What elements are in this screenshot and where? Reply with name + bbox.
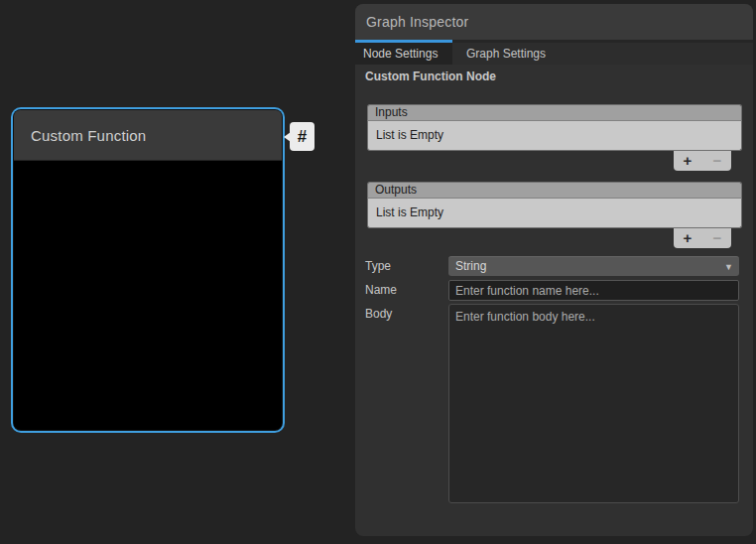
inputs-list-footer: + − bbox=[674, 151, 731, 171]
inputs-list-empty-row: List is Empty bbox=[367, 121, 742, 151]
inspector-titlebar[interactable]: Graph Inspector bbox=[355, 4, 753, 40]
outputs-list: Outputs List is Empty + − bbox=[367, 182, 742, 228]
graph-canvas[interactable]: Custom Function # Graph Inspector Node S… bbox=[0, 0, 756, 544]
tab-strip: Node Settings Graph Settings bbox=[355, 43, 753, 65]
section-heading: Custom Function Node bbox=[365, 69, 496, 83]
hash-icon: # bbox=[298, 127, 307, 147]
tab-indicator-row bbox=[355, 40, 753, 43]
type-dropdown[interactable]: String ▼ bbox=[448, 256, 739, 276]
chevron-down-icon: ▼ bbox=[724, 258, 733, 276]
outputs-list-empty-row: List is Empty bbox=[367, 199, 742, 228]
outputs-list-header: Outputs bbox=[367, 182, 742, 199]
function-body-textarea[interactable] bbox=[448, 304, 739, 503]
tab-node-settings[interactable]: Node Settings bbox=[355, 43, 452, 65]
tab-graph-settings[interactable]: Graph Settings bbox=[452, 43, 560, 65]
outputs-add-button[interactable]: + bbox=[677, 229, 698, 247]
inspector-title: Graph Inspector bbox=[366, 14, 468, 30]
outputs-remove-button[interactable]: − bbox=[706, 229, 728, 247]
graph-inspector-panel: Graph Inspector Node Settings Graph Sett… bbox=[355, 4, 753, 536]
name-label: Name bbox=[365, 283, 397, 297]
node-header[interactable]: Custom Function bbox=[14, 110, 282, 161]
active-tab-indicator bbox=[355, 40, 452, 43]
type-label: Type bbox=[365, 259, 391, 273]
inputs-list: Inputs List is Empty + − bbox=[367, 104, 742, 151]
outputs-list-footer: + − bbox=[674, 228, 731, 248]
inputs-list-header: Inputs bbox=[367, 104, 742, 121]
type-dropdown-value: String bbox=[455, 259, 486, 273]
inputs-add-button[interactable]: + bbox=[677, 152, 698, 170]
inputs-remove-button[interactable]: − bbox=[706, 152, 728, 170]
node-hash-badge[interactable]: # bbox=[290, 122, 315, 151]
custom-function-node[interactable]: Custom Function bbox=[14, 110, 282, 430]
body-label: Body bbox=[365, 307, 392, 321]
node-title: Custom Function bbox=[31, 127, 146, 144]
function-name-input[interactable] bbox=[448, 280, 739, 301]
node-body bbox=[14, 161, 282, 429]
